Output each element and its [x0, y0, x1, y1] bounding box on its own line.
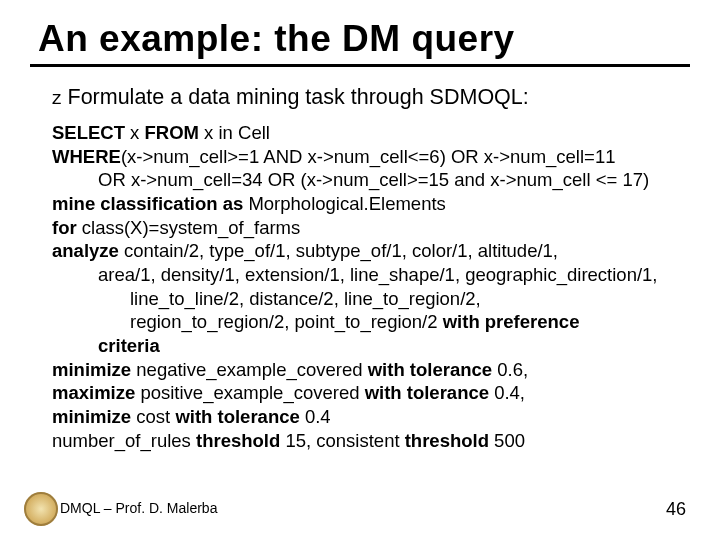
footer-text: DMQL – Prof. D. Malerba	[60, 500, 217, 516]
line-5: for class(X)=system_of_farms	[52, 216, 690, 240]
line-13: minimize cost with tolerance 0.4	[52, 405, 690, 429]
line-11: minimize negative_example_covered with t…	[52, 358, 690, 382]
bullet-text: Formulate a data mining task through SDM…	[68, 85, 529, 110]
line-8: line_to_line/2, distance/2, line_to_regi…	[52, 287, 690, 311]
slide: An example: the DM query z Formulate a d…	[0, 0, 720, 540]
line-10: criteria	[52, 334, 690, 358]
page-number: 46	[666, 499, 686, 520]
line-9: region_to_region/2, point_to_region/2 wi…	[52, 310, 690, 334]
line-2: WHERE(x->num_cell>=1 AND x->num_cell<=6)…	[52, 145, 690, 169]
line-12: maximize positive_example_covered with t…	[52, 381, 690, 405]
seal-icon	[24, 492, 58, 526]
title-underline	[30, 64, 690, 67]
slide-title: An example: the DM query	[38, 18, 690, 60]
line-6: analyze contain/2, type_of/1, subtype_of…	[52, 239, 690, 263]
bullet-item: z Formulate a data mining task through S…	[52, 85, 690, 111]
line-14: number_of_rules threshold 15, consistent…	[52, 429, 690, 453]
query-body: SELECT x FROM x in Cell WHERE(x->num_cel…	[52, 121, 690, 452]
line-1: SELECT x FROM x in Cell	[52, 121, 690, 145]
line-4: mine classification as Morphological.Ele…	[52, 192, 690, 216]
line-3: OR x->num_cell=34 OR (x->num_cell>=15 an…	[52, 168, 690, 192]
line-7: area/1, density/1, extension/1, line_sha…	[52, 263, 690, 287]
bullet-marker: z	[52, 85, 62, 111]
